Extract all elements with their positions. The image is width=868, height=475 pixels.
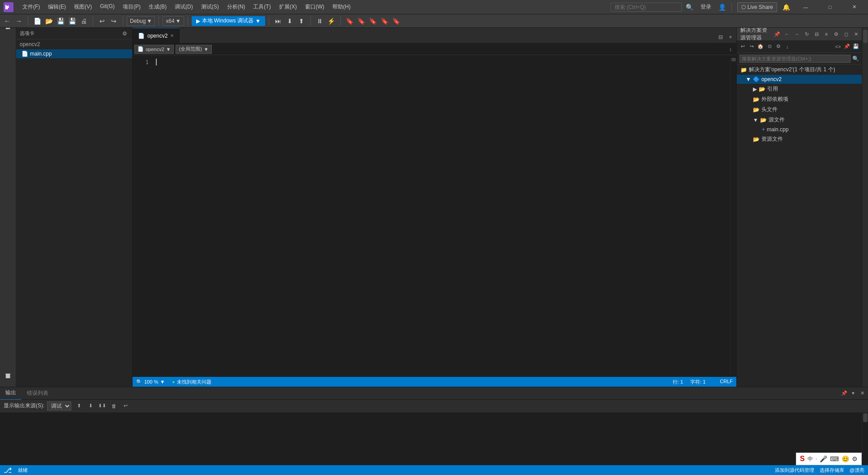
minimize-button[interactable]: — xyxy=(795,0,816,14)
platform-dropdown[interactable]: x64 ▼ xyxy=(163,16,184,26)
resources-label[interactable]: 资源管理器 xyxy=(4,30,12,37)
editor-scrollbar[interactable] xyxy=(730,57,736,375)
source-files-item[interactable]: ▼ 📂 源文件 xyxy=(737,115,862,125)
sol-back-btn[interactable]: ← xyxy=(783,30,791,38)
out-clear-btn[interactable]: 🗑 xyxy=(110,402,118,410)
zoom-control[interactable]: 🔍 100 % ▼ xyxy=(136,379,165,385)
exception-btn[interactable]: ⚡ xyxy=(326,16,337,26)
main-cpp-item[interactable]: 📄 main.cpp xyxy=(16,49,132,58)
right-scroll-thumb[interactable] xyxy=(863,30,868,43)
right-scrollbar[interactable] xyxy=(862,28,868,387)
menu-analyze[interactable]: 分析(N) xyxy=(223,1,249,13)
references-item[interactable]: ▶ 📂 引用 xyxy=(737,84,862,94)
ime-mic-icon[interactable]: 🎤 xyxy=(820,455,827,462)
code-content[interactable] xyxy=(154,57,730,375)
split-editor-icon[interactable]: ⊟ xyxy=(717,33,725,41)
tab-close-icon[interactable]: ✕ xyxy=(170,33,174,38)
no-problems-indicator[interactable]: ● 未找到相关问题 xyxy=(172,379,211,385)
output-source-select[interactable]: 调试 xyxy=(47,402,71,410)
sol-toolbar-btn2[interactable]: ↪ xyxy=(748,43,756,51)
output-scroll-thumb[interactable] xyxy=(863,413,868,422)
sol-toolbar-save-btn[interactable]: 💾 xyxy=(852,43,860,51)
sol-forward-btn[interactable]: → xyxy=(793,30,801,38)
editor-tab-opencv2[interactable]: 📄 opencv2 ✕ xyxy=(133,28,180,43)
sol-toolbar-code-btn[interactable]: <> xyxy=(834,43,842,51)
sol-toolbar-btn1[interactable]: ↩ xyxy=(739,43,747,51)
menu-help[interactable]: 帮助(H) xyxy=(329,1,354,13)
step-into-btn[interactable]: ⬇ xyxy=(284,16,295,26)
search-icon[interactable]: 🔍 xyxy=(686,4,693,11)
out-scroll-up-btn[interactable]: ⬆ xyxy=(75,402,83,410)
sol-gear-btn[interactable]: ⚙ xyxy=(832,30,840,38)
menu-window[interactable]: 窗口(W) xyxy=(301,1,328,13)
header-files-item[interactable]: 📂 头文件 xyxy=(737,104,862,115)
save-all-btn[interactable]: 💾 xyxy=(67,16,77,26)
errors-tab[interactable]: 错误列表 xyxy=(21,387,54,400)
menu-project[interactable]: 项目(P) xyxy=(119,1,144,13)
menu-view[interactable]: 视图(V) xyxy=(70,1,95,13)
ime-emoji-icon[interactable]: 😊 xyxy=(842,455,849,462)
out-scroll-end-btn[interactable]: ⬇⬇ xyxy=(98,402,106,410)
step-out-btn[interactable]: ⬆ xyxy=(296,16,307,26)
ime-settings-icon[interactable]: ⚙ xyxy=(852,455,858,462)
forward-button[interactable]: → xyxy=(13,16,24,26)
out-word-wrap-btn[interactable]: ↩ xyxy=(121,402,129,410)
notification-icon[interactable]: 🔔 xyxy=(781,4,792,11)
team-label[interactable]: 团队资源管理器 xyxy=(4,379,12,386)
liveshare-button[interactable]: ⬡ Live Share xyxy=(737,2,777,12)
sol-properties-btn[interactable]: ≡ xyxy=(822,30,830,38)
nav-scope-dropdown[interactable]: 📄 opencv2 ▼ xyxy=(134,45,174,54)
new-project-btn[interactable]: 📄 xyxy=(32,16,43,26)
menu-build[interactable]: 生成(B) xyxy=(145,1,170,13)
solution-root-item[interactable]: 📁 解决方案'opencv2'(1 个项目/共 1 个) xyxy=(737,65,862,75)
nav-member-dropdown[interactable]: (全局范围) ▼ xyxy=(176,45,211,54)
select-repo-label[interactable]: 选择存储库 xyxy=(820,467,844,474)
solution-search-input[interactable] xyxy=(739,55,851,63)
bookmark2-btn[interactable]: 🔖 xyxy=(356,16,367,26)
team-icon[interactable]: 团队资源管理器 xyxy=(4,379,12,386)
bookmark5-btn[interactable]: 🔖 xyxy=(391,16,402,26)
maximize-button[interactable]: □ xyxy=(820,0,840,14)
sol-collapse-btn[interactable]: ⊟ xyxy=(812,30,821,38)
back-button[interactable]: ← xyxy=(2,16,13,26)
code-editor[interactable]: 1 xyxy=(133,55,736,377)
project-root-item[interactable]: opencv2 xyxy=(16,39,132,49)
expand-editor-icon[interactable]: ↕ xyxy=(726,45,735,53)
menu-test[interactable]: 测试(S) xyxy=(198,1,223,13)
sol-toolbar-btn3[interactable]: ⊙ xyxy=(765,43,773,51)
bookmark3-btn[interactable]: 🔖 xyxy=(368,16,378,26)
output-tab[interactable]: 输出 xyxy=(0,386,21,400)
menu-tools[interactable]: 工具(T) xyxy=(249,1,274,13)
menu-edit[interactable]: 编辑(E) xyxy=(44,1,69,13)
scroll-thumb[interactable] xyxy=(731,58,736,61)
out-toggle-btn[interactable]: ▾ xyxy=(849,389,857,397)
signin-button[interactable]: 登录 xyxy=(697,3,715,11)
explorer-settings-icon[interactable]: ⚙ xyxy=(120,30,129,38)
external-deps-item[interactable]: 📂 外部依赖项 xyxy=(737,94,862,104)
open-file-btn[interactable]: 📂 xyxy=(43,16,54,26)
menu-debug[interactable]: 调试(D) xyxy=(171,1,197,13)
global-search-input[interactable] xyxy=(610,3,682,12)
print-btn[interactable]: 🖨 xyxy=(78,16,89,26)
sol-toolbar-btn5[interactable]: ↓ xyxy=(783,43,791,51)
out-pin-btn[interactable]: 📌 xyxy=(840,389,848,397)
out-close-btn[interactable]: ✕ xyxy=(858,389,866,397)
menu-file[interactable]: 文件(F) xyxy=(19,1,43,13)
new-tab-icon[interactable]: + xyxy=(726,33,735,41)
ime-keyboard-icon[interactable]: ⌨ xyxy=(830,455,839,462)
solution-search-icon[interactable]: 🔍 xyxy=(852,56,859,62)
resources-icon[interactable]: 资源管理器 xyxy=(4,30,12,37)
bookmark4-btn[interactable]: 🔖 xyxy=(379,16,390,26)
close-button[interactable]: ✕ xyxy=(844,0,864,14)
sol-preview-btn[interactable]: ◻ xyxy=(842,30,850,38)
sol-toolbar-icon-home[interactable]: 🏠 xyxy=(756,43,765,51)
at-sign-label[interactable]: @漂亮 xyxy=(850,467,864,474)
add-source-label[interactable]: 添加到源代码管理 xyxy=(775,467,814,474)
sol-pin-btn[interactable]: 📌 xyxy=(773,30,781,38)
run-debug-button[interactable]: ▶ 本地 Windows 调试器 ▼ xyxy=(192,16,265,26)
profile-icon[interactable]: 👤 xyxy=(718,4,726,11)
project-item[interactable]: ▼ 🔷 opencv2 xyxy=(737,75,862,84)
sol-close-btn[interactable]: ✕ xyxy=(852,30,860,38)
sol-refresh-btn[interactable]: ↻ xyxy=(803,30,811,38)
sol-toolbar-btn4[interactable]: ⚙ xyxy=(774,43,782,51)
